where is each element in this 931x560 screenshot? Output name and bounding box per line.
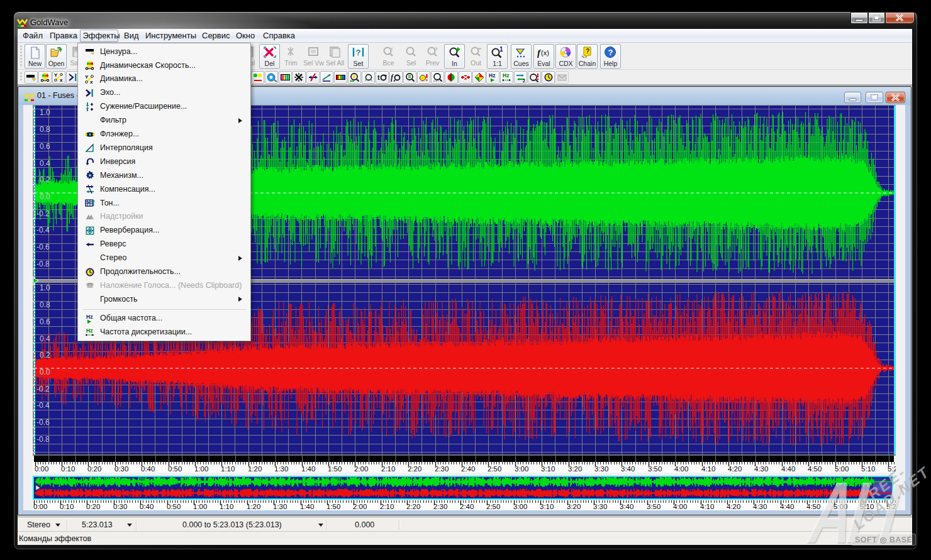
svg-text:(x): (x) — [541, 49, 549, 57]
svg-text:0:20: 0:20 — [86, 503, 100, 510]
svg-text:1:30: 1:30 — [274, 465, 288, 473]
svg-text:Hz: Hz — [86, 327, 92, 334]
svg-text:1:40: 1:40 — [300, 503, 314, 510]
svg-text:4:10: 4:10 — [700, 503, 714, 510]
svg-text:-0.4: -0.4 — [36, 226, 50, 234]
svg-text:4:20: 4:20 — [728, 465, 742, 473]
svg-text:2:30: 2:30 — [435, 465, 449, 473]
svg-text:1.0: 1.0 — [40, 283, 50, 292]
svg-text:3:20: 3:20 — [568, 465, 582, 473]
svg-text:4:20: 4:20 — [727, 503, 740, 510]
svg-text:-0.6: -0.6 — [36, 418, 50, 427]
svg-text:0:30: 0:30 — [114, 465, 128, 473]
svg-text:1:40: 1:40 — [301, 465, 315, 473]
svg-text:3:40: 3:40 — [621, 465, 635, 473]
svg-text:2:00: 2:00 — [353, 503, 367, 510]
svg-text:-0.4: -0.4 — [36, 401, 50, 410]
svg-text:3:50: 3:50 — [647, 503, 661, 510]
svg-text:0.2: 0.2 — [40, 351, 50, 360]
svg-text:0.8: 0.8 — [40, 300, 50, 309]
svg-text:x: x — [90, 79, 93, 84]
svg-text:0.6: 0.6 — [40, 142, 50, 151]
svg-text:?: ? — [355, 48, 360, 57]
svg-text:0:50: 0:50 — [168, 465, 182, 473]
svg-text:2:00: 2:00 — [354, 465, 368, 473]
svg-text:2:50: 2:50 — [488, 465, 501, 473]
svg-text:4:40: 4:40 — [780, 503, 794, 510]
svg-text:1:20: 1:20 — [248, 465, 262, 473]
svg-text:0:10: 0:10 — [60, 503, 74, 510]
svg-text:4:10: 4:10 — [701, 465, 715, 473]
svg-text:3:00: 3:00 — [513, 503, 527, 510]
svg-text:2:30: 2:30 — [433, 503, 447, 510]
svg-text:1: 1 — [499, 46, 503, 53]
svg-text:1:20: 1:20 — [247, 503, 260, 510]
svg-text:t: t — [377, 74, 380, 81]
svg-text:2:20: 2:20 — [408, 465, 421, 473]
svg-text:0:50: 0:50 — [167, 503, 181, 510]
svg-text:0:40: 0:40 — [141, 465, 155, 473]
svg-text:4:30: 4:30 — [754, 465, 768, 473]
svg-text:Y: Y — [54, 72, 58, 78]
svg-text:1:00: 1:00 — [194, 465, 208, 473]
svg-text:1:30: 1:30 — [273, 503, 287, 510]
svg-text:3:30: 3:30 — [594, 465, 608, 473]
svg-text:-0.8: -0.8 — [36, 435, 50, 444]
svg-text:1:00: 1:00 — [193, 503, 207, 510]
svg-text:0:10: 0:10 — [61, 465, 75, 473]
svg-text:1.0: 1.0 — [40, 108, 50, 117]
svg-text:2:10: 2:10 — [381, 465, 395, 473]
svg-text:2:40: 2:40 — [460, 503, 474, 510]
svg-text:-0.2: -0.2 — [36, 209, 50, 218]
svg-text:0:30: 0:30 — [113, 503, 127, 510]
svg-text:0.2: 0.2 — [40, 175, 50, 184]
svg-text:3:10: 3:10 — [541, 465, 555, 473]
svg-text:0:00: 0:00 — [33, 503, 47, 510]
svg-text:-0.6: -0.6 — [36, 243, 50, 251]
svg-text:f: f — [391, 73, 394, 82]
svg-text:3:00: 3:00 — [515, 465, 528, 473]
svg-text:0.6: 0.6 — [40, 317, 50, 326]
svg-text:3:20: 3:20 — [567, 503, 581, 510]
svg-text:0.8: 0.8 — [40, 125, 50, 134]
svg-text:0.0: 0.0 — [40, 192, 50, 201]
svg-text:-0.2: -0.2 — [36, 385, 50, 393]
svg-text:2:10: 2:10 — [380, 503, 394, 510]
svg-text:4:30: 4:30 — [753, 503, 767, 510]
svg-text:Hz: Hz — [489, 72, 495, 79]
svg-text:0:00: 0:00 — [35, 465, 48, 473]
svg-text:Hz: Hz — [86, 314, 92, 320]
svg-text:2:40: 2:40 — [461, 465, 475, 473]
svg-text:?: ? — [586, 48, 589, 55]
svg-text:0.4: 0.4 — [40, 334, 50, 343]
svg-text:1:10: 1:10 — [221, 465, 235, 473]
svg-text:0:20: 0:20 — [87, 465, 101, 473]
svg-text:x: x — [60, 77, 63, 82]
svg-text:1:50: 1:50 — [326, 503, 340, 510]
svg-text:Y: Y — [85, 74, 89, 80]
svg-text:4:00: 4:00 — [674, 465, 688, 473]
svg-text:?: ? — [608, 48, 613, 57]
svg-text:3:30: 3:30 — [593, 503, 607, 510]
svg-text:-0.8: -0.8 — [36, 260, 50, 268]
svg-text:3:10: 3:10 — [540, 503, 554, 510]
svg-text:1:10: 1:10 — [220, 503, 233, 510]
svg-text:2: 2 — [523, 79, 525, 82]
svg-text:4:00: 4:00 — [673, 503, 687, 510]
svg-text:3:50: 3:50 — [648, 465, 662, 473]
svg-text:1:50: 1:50 — [328, 465, 342, 473]
svg-text:4:40: 4:40 — [781, 465, 795, 473]
svg-text:0.0: 0.0 — [40, 368, 50, 376]
svg-text:Hz: Hz — [503, 72, 509, 79]
svg-text:2:50: 2:50 — [486, 503, 500, 510]
svg-text:2:20: 2:20 — [406, 503, 420, 510]
svg-text:3:40: 3:40 — [620, 503, 633, 510]
svg-text:0.4: 0.4 — [40, 159, 50, 168]
svg-text:0:40: 0:40 — [140, 503, 153, 510]
